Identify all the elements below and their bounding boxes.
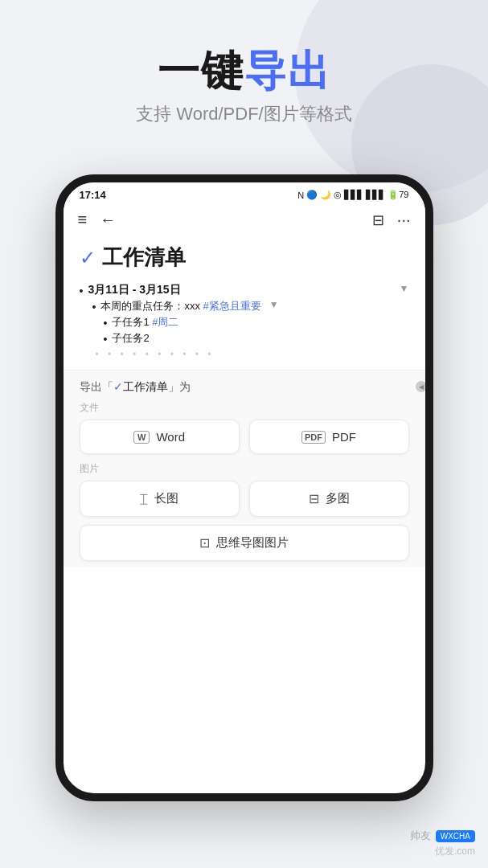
- word-label: Word: [156, 430, 185, 444]
- watermark-text: 帅友: [410, 829, 431, 843]
- list-item: • 子任务1 #周二: [80, 315, 409, 330]
- watermark-domain: 优发.com: [435, 845, 475, 858]
- back-icon[interactable]: ←: [100, 211, 116, 229]
- list-item: • 3月11日 - 3月15日 ▼: [80, 283, 409, 297]
- title-part1: 一键: [158, 47, 244, 94]
- moon-icon: 🌙: [320, 190, 331, 200]
- multi-image-label: 多图: [326, 491, 350, 506]
- list-item: • 本周的重点任务：xxx #紧急且重要 ▼: [80, 299, 409, 313]
- word-export-button[interactable]: W Word: [80, 420, 240, 454]
- mindmap-label: 思维导图图片: [216, 535, 289, 551]
- signal-icon2: ▋▋▋: [366, 190, 385, 200]
- export-prompt: 导出「✓工作清单」为: [80, 380, 409, 395]
- bullet-2a: •: [104, 317, 108, 330]
- tag-tuesday[interactable]: #周二: [152, 316, 178, 328]
- content-area: • 3月11日 - 3月15日 ▼ • 本周的重点任务：xxx #紧急且重要 ▼…: [64, 276, 425, 370]
- status-bar: 17:14 N 🔵 🌙 ◎ ▋▋▋ ▋▋▋ 🔋79: [64, 182, 425, 204]
- toolbar-left: ≡ ←: [78, 211, 117, 229]
- export-doc-name: 工作清单: [123, 380, 168, 393]
- expand-arrow-1[interactable]: ▼: [269, 299, 279, 310]
- export-check-icon: ✓: [113, 380, 123, 393]
- item-text-1: 本周的重点任务：xxx #紧急且重要: [100, 299, 260, 313]
- menu-icon[interactable]: ≡: [78, 211, 88, 229]
- watermark: 帅友 WXCHA 优发.com: [410, 829, 475, 858]
- mindmap-row: ⊡ 思维导图图片: [80, 525, 409, 561]
- export-dialog: 导出「✓工作清单」为 ◀ 文件 W Word PDF PDF 图片: [64, 370, 425, 567]
- list-item: • 子任务2: [80, 331, 409, 346]
- bullet-2b: •: [104, 333, 108, 346]
- long-image-label: 长图: [154, 491, 178, 506]
- pdf-export-button[interactable]: PDF PDF: [249, 420, 409, 454]
- status-time: 17:14: [80, 189, 106, 201]
- long-image-button[interactable]: ⌶ 长图: [80, 481, 240, 517]
- item-text-2a: 子任务1 #周二: [112, 315, 178, 330]
- multi-image-icon: ⊟: [309, 491, 319, 506]
- multi-image-button[interactable]: ⊟ 多图: [249, 481, 409, 517]
- tag-urgent[interactable]: #紧急且重要: [203, 300, 261, 312]
- long-image-icon: ⌶: [140, 492, 148, 506]
- mindmap-button[interactable]: ⊡ 思维导图图片: [80, 525, 409, 561]
- phone-wrapper: 17:14 N 🔵 🌙 ◎ ▋▋▋ ▋▋▋ 🔋79 ≡ ← ⊟ ···: [0, 174, 488, 801]
- app-toolbar: ≡ ← ⊟ ···: [64, 204, 425, 235]
- more-icon[interactable]: ···: [397, 211, 411, 229]
- title-part2: 导出: [244, 47, 331, 94]
- signal-icon1: ▋▋▋: [344, 190, 363, 200]
- mindmap-icon: ⊡: [199, 535, 210, 551]
- filter-icon[interactable]: ⊟: [372, 211, 384, 229]
- content-blur-dots: • • • • • • • • • •: [80, 349, 409, 360]
- pdf-icon: PDF: [301, 431, 326, 444]
- bullet-0: •: [80, 285, 84, 297]
- phone-frame: 17:14 N 🔵 🌙 ◎ ▋▋▋ ▋▋▋ 🔋79 ≡ ← ⊟ ···: [55, 174, 433, 801]
- word-icon: W: [133, 431, 150, 444]
- header-section: 一键导出 支持 Word/PDF/图片等格式: [0, 0, 488, 150]
- watermark-top: 帅友 WXCHA: [410, 829, 475, 843]
- file-category-label: 文件: [80, 401, 409, 415]
- file-buttons-row: W Word PDF PDF: [80, 420, 409, 454]
- doc-title-area: ✓ 工作清单: [64, 235, 425, 276]
- status-icons: N 🔵 🌙 ◎ ▋▋▋ ▋▋▋ 🔋79: [297, 190, 408, 200]
- nfc-icon: N: [297, 190, 304, 200]
- item-text-0: 3月11日 - 3月15日: [88, 283, 180, 297]
- doc-title: 工作清单: [102, 244, 186, 272]
- item-text-2b: 子任务2: [112, 331, 149, 346]
- doc-check-icon: ✓: [80, 247, 96, 269]
- battery-icon: 🔋79: [388, 190, 408, 200]
- subtitle: 支持 Word/PDF/图片等格式: [0, 102, 488, 126]
- expand-arrow-0[interactable]: ▼: [400, 283, 409, 294]
- scroll-right-indicator: ◀: [416, 381, 427, 392]
- pdf-label: PDF: [332, 430, 356, 444]
- image-category-label: 图片: [80, 462, 409, 476]
- bullet-1: •: [92, 301, 96, 313]
- main-title: 一键导出: [0, 48, 488, 94]
- wifi-icon: ◎: [334, 190, 342, 200]
- image-buttons-row: ⌶ 长图 ⊟ 多图: [80, 481, 409, 517]
- watermark-badge: WXCHA: [436, 830, 475, 842]
- toolbar-right: ⊟ ···: [372, 211, 411, 229]
- bluetooth-icon: 🔵: [306, 190, 318, 200]
